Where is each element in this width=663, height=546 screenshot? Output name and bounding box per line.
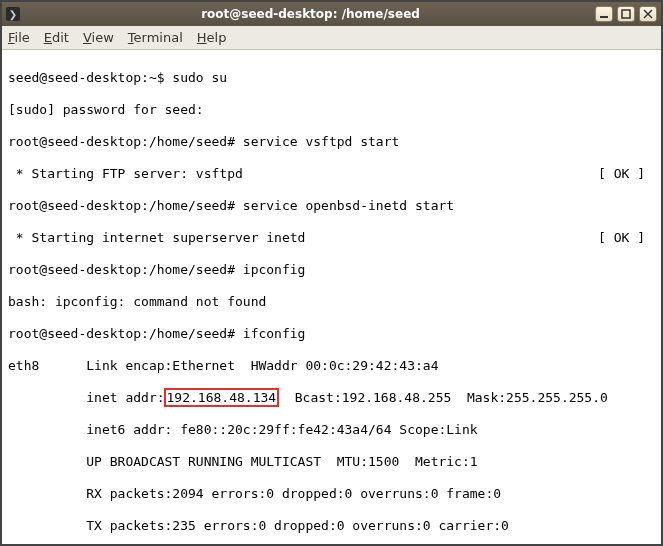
terminal-line: eth8 Link encap:Ethernet HWaddr 00:0c:29…: [8, 358, 438, 373]
menubar: File Edit View Terminal Help: [2, 26, 661, 50]
terminal-line: root@seed-desktop:/home/seed# ifconfig: [8, 326, 305, 341]
terminal-line: * Starting FTP server: vsftpd: [8, 166, 243, 181]
menu-terminal[interactable]: Terminal: [128, 30, 183, 45]
terminal-window: ❯ root@seed-desktop: /home/seed File Edi…: [0, 0, 663, 546]
window-icon: ❯: [6, 7, 26, 21]
window-title: root@seed-desktop: /home/seed: [26, 7, 595, 21]
terminal-line: bash: ipconfig: command not found: [8, 294, 266, 309]
terminal-output[interactable]: seed@seed-desktop:~$ sudo su [sudo] pass…: [2, 50, 661, 544]
status-ok: [ OK ]: [598, 230, 645, 246]
terminal-line: * Starting internet superserver inetd: [8, 230, 305, 245]
menu-edit[interactable]: Edit: [44, 30, 69, 45]
close-button[interactable]: [639, 6, 657, 22]
terminal-line: root@seed-desktop:/home/seed# ipconfig: [8, 262, 305, 277]
terminal-line: Bcast:192.168.48.255 Mask:255.255.255.0: [279, 390, 608, 405]
terminal-line: RX packets:2094 errors:0 dropped:0 overr…: [8, 486, 501, 501]
terminal-line: UP BROADCAST RUNNING MULTICAST MTU:1500 …: [8, 454, 478, 469]
terminal-line: inet addr:: [8, 390, 165, 405]
menu-view-rest: iew: [92, 30, 114, 45]
menu-file-rest: ile: [15, 30, 30, 45]
menu-file[interactable]: File: [8, 30, 30, 45]
menu-help-rest: elp: [207, 30, 227, 45]
menu-view[interactable]: View: [83, 30, 114, 45]
maximize-icon: [621, 9, 631, 19]
terminal-line: root@seed-desktop:/home/seed# service vs…: [8, 134, 399, 149]
minimize-button[interactable]: [595, 6, 613, 22]
highlighted-ip: 192.168.48.134: [164, 388, 280, 407]
terminal-icon: ❯: [6, 7, 20, 21]
minimize-icon: [599, 9, 609, 19]
svg-rect-1: [622, 10, 630, 18]
menu-help[interactable]: Help: [197, 30, 227, 45]
close-icon: [643, 9, 653, 19]
window-controls: [595, 6, 657, 22]
menu-terminal-rest: erminal: [134, 30, 183, 45]
terminal-line: root@seed-desktop:/home/seed# service op…: [8, 198, 454, 213]
menu-edit-rest: dit: [52, 30, 69, 45]
terminal-line: seed@seed-desktop:~$ sudo su: [8, 70, 227, 85]
status-ok: [ OK ]: [598, 166, 645, 182]
terminal-line: [sudo] password for seed:: [8, 102, 204, 117]
terminal-line: TX packets:235 errors:0 dropped:0 overru…: [8, 518, 509, 533]
titlebar: ❯ root@seed-desktop: /home/seed: [2, 2, 661, 26]
terminal-line: inet6 addr: fe80::20c:29ff:fe42:43a4/64 …: [8, 422, 478, 437]
maximize-button[interactable]: [617, 6, 635, 22]
